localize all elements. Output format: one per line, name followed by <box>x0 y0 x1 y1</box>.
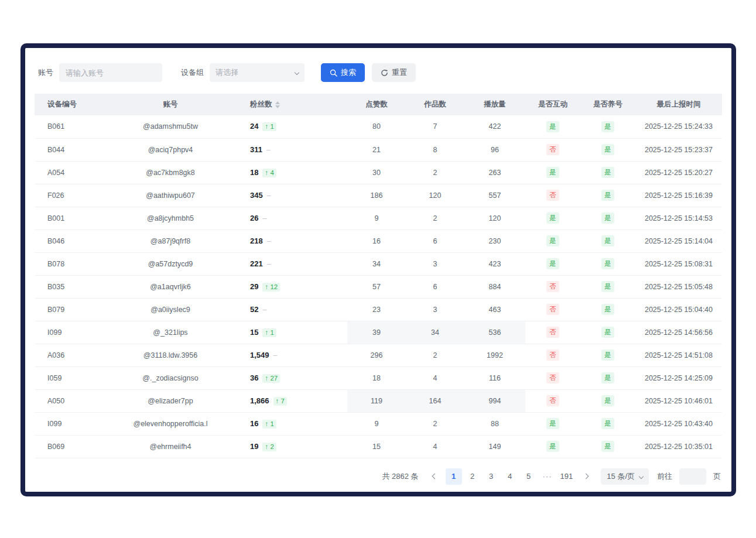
status-badge: 是 <box>601 418 614 430</box>
table-body: B061@adamshmu5tw24↑ 1807422是是2025-12-25 … <box>35 115 722 458</box>
cell-fans: 24↑ 1 <box>237 115 347 138</box>
cell-plays: 120 <box>464 207 525 229</box>
cell-interact: 是 <box>525 412 580 435</box>
page-button[interactable]: 4 <box>502 468 518 485</box>
cell-likes: 18 <box>347 366 406 389</box>
cell-likes: 186 <box>347 184 406 207</box>
device-group-select[interactable]: 请选择 <box>210 63 305 82</box>
cell-fans: 18↑ 4 <box>237 161 347 184</box>
table-row: A054@ac7kbm8gk818↑ 4302263是是2025-12-25 1… <box>35 161 722 184</box>
page-size-select[interactable]: 15 条/页 <box>601 468 649 485</box>
page-size-label: 15 条/页 <box>607 471 635 482</box>
fans-no-change-dash: – <box>262 306 266 314</box>
status-badge: 否 <box>546 327 559 338</box>
fans-count: 26 <box>250 214 258 222</box>
chevron-down-icon <box>639 474 644 478</box>
col-header-fans[interactable]: 粉丝数 <box>237 94 347 115</box>
status-badge: 否 <box>546 190 559 201</box>
page-button[interactable]: 191 <box>558 468 576 485</box>
cell-device-id: B079 <box>35 298 104 321</box>
cell-account: @ac7kbm8gk8 <box>104 161 237 184</box>
cell-device-id: I099 <box>35 412 104 435</box>
cell-plays: 116 <box>464 366 525 389</box>
cell-works: 8 <box>406 138 464 161</box>
cell-device-id: F026 <box>35 184 104 207</box>
fans-no-change-dash: – <box>266 146 271 154</box>
table-row: B035@a1aqvrljk629↑ 12576884否是2025-12-25 … <box>35 275 722 298</box>
search-button-label: 搜索 <box>341 67 356 78</box>
status-badge: 否 <box>546 349 559 361</box>
cell-plays: 423 <box>464 252 525 275</box>
status-badge: 否 <box>546 304 559 316</box>
table-row: B001@a8jcyhmbh526–92120是是2025-12-25 15:1… <box>35 207 722 229</box>
cell-fans: 1,866↑ 7 <box>237 389 347 412</box>
cell-last-report-time: 2025-12-25 10:43:40 <box>635 412 722 435</box>
page-button[interactable]: 1 <box>446 468 462 485</box>
fans-no-change-dash: – <box>273 351 278 359</box>
cell-likes: 34 <box>347 252 406 275</box>
cell-interact: 是 <box>525 161 580 184</box>
table-row: B079@a0iiyslec952–233463否是2025-12-25 15:… <box>35 298 722 321</box>
cell-interact: 是 <box>525 115 580 138</box>
cell-plays: 536 <box>464 321 525 344</box>
cell-account: @a57dztycd9 <box>104 252 237 275</box>
cell-plays: 230 <box>464 229 525 252</box>
account-input[interactable] <box>59 63 162 82</box>
total-count: 共 2862 条 <box>382 471 418 482</box>
page-ellipsis: ··· <box>539 468 556 485</box>
cell-device-id: B046 <box>35 229 104 252</box>
cell-last-report-time: 2025-12-25 15:24:33 <box>635 115 722 138</box>
cell-nurture: 是 <box>580 435 635 458</box>
fans-count: 15 <box>250 328 258 337</box>
cell-interact: 否 <box>525 298 580 321</box>
cell-device-id: A036 <box>35 344 104 366</box>
cell-account: @elevenhopperofficia.l <box>104 412 237 435</box>
status-badge: 是 <box>546 121 559 133</box>
table-header-row: 设备编号 账号 粉丝数 点赞数 作品数 播放量 是否互动 是否养号 最后上报时间 <box>35 94 722 115</box>
sort-caret-icon[interactable] <box>275 101 280 108</box>
search-button[interactable]: 搜索 <box>321 63 365 82</box>
fans-count: 221 <box>250 259 263 268</box>
fans-count: 1,866 <box>250 396 269 405</box>
cell-likes: 23 <box>347 298 406 321</box>
device-group-placeholder: 请选择 <box>215 67 238 78</box>
cell-fans: 36↑ 27 <box>237 366 347 389</box>
status-badge: 是 <box>601 258 614 270</box>
cell-likes: 21 <box>347 138 406 161</box>
cell-fans: 1,549– <box>237 344 347 366</box>
page-button[interactable]: 3 <box>483 468 500 485</box>
table-row: F026@aathiwpu607345–186120557否是2025-12-2… <box>35 184 722 207</box>
cell-works: 3 <box>406 298 464 321</box>
cell-last-report-time: 2025-12-25 10:35:01 <box>635 435 722 458</box>
fans-count: 311 <box>250 145 262 154</box>
col-header-likes: 点赞数 <box>347 94 406 115</box>
status-badge: 是 <box>546 213 559 224</box>
cell-fans: 218– <box>237 229 347 252</box>
status-badge: 是 <box>601 327 614 338</box>
cell-interact: 否 <box>525 389 580 412</box>
fans-no-change-dash: – <box>267 260 271 268</box>
cell-fans: 311– <box>237 138 347 161</box>
col-header-nurture: 是否养号 <box>580 94 635 115</box>
prev-page-button[interactable] <box>427 468 443 485</box>
cell-nurture: 是 <box>580 207 635 229</box>
cell-works: 3 <box>406 252 464 275</box>
page-button[interactable]: 2 <box>464 468 481 485</box>
cell-account: @ehrmeiifh4 <box>104 435 237 458</box>
cell-last-report-time: 2025-12-25 15:20:27 <box>635 161 722 184</box>
cell-works: 7 <box>406 115 464 138</box>
cell-nurture: 是 <box>580 366 635 389</box>
cell-last-report-time: 2025-12-25 15:14:04 <box>635 229 722 252</box>
cell-interact: 否 <box>525 366 580 389</box>
page-button[interactable]: 5 <box>521 468 537 485</box>
cell-plays: 1992 <box>464 344 525 366</box>
next-page-button[interactable] <box>577 468 594 485</box>
col-header-plays: 播放量 <box>464 94 525 115</box>
goto-page-input[interactable] <box>679 468 706 485</box>
cell-last-report-time: 2025-12-25 14:51:08 <box>635 344 722 366</box>
cell-works: 4 <box>406 366 464 389</box>
status-badge: 是 <box>601 235 614 247</box>
table-row: I099@elevenhopperofficia.l16↑ 19288是是202… <box>35 412 722 435</box>
cell-account: @a87j9qfrf8 <box>104 229 237 252</box>
reset-button[interactable]: 重置 <box>372 63 416 82</box>
